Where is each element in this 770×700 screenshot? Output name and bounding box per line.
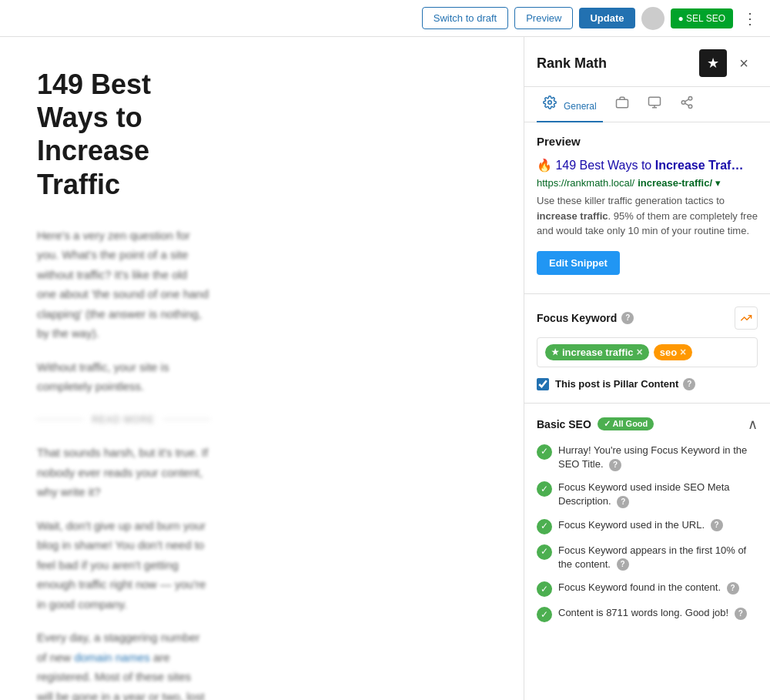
all-good-badge: ✓ All Good (598, 417, 654, 430)
switch-draft-button[interactable]: Switch to draft (422, 7, 508, 29)
seo-item-0: ✓ Hurray! You're using Focus Keyword in … (537, 444, 758, 471)
domain-names-link[interactable]: domain names (74, 651, 149, 664)
remove-primary-tag-button[interactable]: × (637, 347, 643, 357)
seo-item-text-5: Content is 8711 words long. Good job! ? (558, 606, 758, 620)
svg-point-6 (681, 101, 685, 105)
preview-button[interactable]: Preview (514, 7, 573, 29)
focus-keyword-text: Focus Keyword (537, 312, 617, 324)
pillar-help-icon[interactable]: ? (683, 378, 695, 390)
preview-url-base: https://rankmath.local/ (537, 177, 634, 189)
divider-line-right (164, 419, 209, 420)
trend-button[interactable] (735, 306, 758, 330)
seo-check-icon-4: ✓ (537, 581, 552, 597)
edit-snippet-button[interactable]: Edit Snippet (537, 251, 620, 275)
paragraph-5: Every day, a staggering number of new do… (37, 628, 209, 700)
svg-point-5 (688, 97, 692, 101)
seo-item-5: ✓ Content is 8711 words long. Good job! … (537, 606, 758, 622)
more-options-button[interactable]: ⋮ (739, 9, 761, 28)
pillar-label-text: This post is Pillar Content (555, 378, 678, 390)
tab-social[interactable] (674, 88, 700, 122)
preview-description: Use these killer traffic generation tact… (537, 193, 758, 239)
top-bar: Switch to draft Preview Update ● SEL SEO… (0, 0, 770, 37)
preview-desc-keyword: increase traffic (537, 210, 608, 222)
seo-check-icon-0: ✓ (537, 444, 552, 460)
paragraph-1: Here's a very zen question for you. What… (37, 226, 209, 343)
seo-item-text-2: Focus Keyword used in the URL. ? (558, 518, 758, 532)
preview-box: 🔥 149 Best Ways to Increase Traf… https:… (537, 157, 758, 239)
preview-url-slug: increase-traffic/ (638, 177, 712, 189)
preview-desc-before: Use these killer traffic generation tact… (537, 195, 725, 206)
preview-section-title: Preview (537, 135, 758, 148)
star-sm-icon: ★ (551, 347, 559, 357)
seo-item-help-3[interactable]: ? (617, 558, 629, 571)
primary-keyword-tag: ★ increase traffic × (545, 344, 649, 360)
basic-seo-title: Basic SEO (537, 418, 591, 430)
tab-briefcase[interactable] (609, 88, 635, 122)
pillar-content-checkbox[interactable] (537, 378, 549, 390)
section-divider-2 (524, 403, 770, 404)
avatar-button[interactable] (641, 7, 665, 30)
primary-keyword-text: increase traffic (562, 347, 634, 358)
paragraph-4: Wait, don't give up and burn your blog i… (37, 516, 209, 615)
section-divider-1 (524, 293, 770, 294)
seo-item-4: ✓ Focus Keyword found in the content. ? (537, 581, 758, 597)
seo-item-text-3: Focus Keyword appears in the first 10% o… (558, 544, 758, 571)
seo-item-3: ✓ Focus Keyword appears in the first 10%… (537, 544, 758, 571)
remove-secondary-tag-button[interactable]: × (680, 347, 686, 357)
panel-title: Rank Math (537, 55, 607, 81)
briefcase-icon (615, 95, 629, 109)
tab-general[interactable]: General (537, 88, 603, 122)
svg-line-8 (685, 103, 688, 106)
seo-check-icon-2: ✓ (537, 519, 552, 534)
focus-keyword-help-icon[interactable]: ? (621, 312, 634, 324)
share-icon (680, 95, 694, 109)
seo-item-help-1[interactable]: ? (617, 496, 629, 508)
svg-point-0 (548, 101, 552, 105)
seo-item-help-0[interactable]: ? (609, 459, 621, 471)
basic-seo-header: Basic SEO ✓ All Good ∧ (537, 416, 758, 433)
sidebar-panel: Rank Math ★ × General (524, 37, 770, 700)
chevron-down-icon[interactable]: ▾ (715, 177, 721, 189)
svg-point-7 (688, 105, 692, 109)
gear-icon (543, 95, 557, 109)
monitor-icon (648, 95, 661, 109)
read-more-divider: READ MORE (37, 412, 209, 427)
svg-line-9 (685, 99, 688, 102)
svg-rect-2 (648, 97, 660, 106)
star-button[interactable]: ★ (699, 49, 727, 77)
seo-items-list: ✓ Hurray! You're using Focus Keyword in … (537, 444, 758, 622)
preview-title-text: 149 Best Ways to (555, 159, 651, 172)
seo-item-text-1: Focus Keyword used inside SEO Meta Descr… (558, 481, 758, 508)
tab-snippets[interactable] (641, 88, 668, 122)
update-button[interactable]: Update (579, 8, 634, 28)
secondary-keyword-tag: seo × (654, 344, 693, 360)
main-content: 149 Best Ways to Increase Traffic Here's… (0, 37, 246, 700)
seo-check-icon-1: ✓ (537, 481, 552, 497)
preview-title-keyword: Increase Traf… (655, 159, 744, 172)
close-button[interactable]: × (730, 49, 758, 77)
post-body: Here's a very zen question for you. What… (37, 226, 209, 700)
preview-url: https://rankmath.local/increase-traffic/… (537, 177, 758, 189)
paragraph-2: Without traffic, your site is completely… (37, 357, 209, 397)
seo-item-help-5[interactable]: ? (735, 608, 747, 620)
basic-seo-collapse-button[interactable]: ∧ (748, 416, 758, 433)
pillar-content-row: This post is Pillar Content ? (537, 378, 758, 390)
panel-content: Preview 🔥 149 Best Ways to Increase Traf… (524, 122, 770, 644)
read-more-label: READ MORE (92, 412, 155, 427)
paragraph-3: That sounds harsh, but it's true. If nob… (37, 443, 209, 502)
basic-seo-title-group: Basic SEO ✓ All Good (537, 417, 654, 430)
close-icon: × (739, 55, 748, 72)
preview-title-link[interactable]: 149 Best Ways to Increase Traf… (555, 159, 743, 172)
focus-keyword-header: Focus Keyword ? (537, 306, 758, 330)
seo-item-1: ✓ Focus Keyword used inside SEO Meta Des… (537, 481, 758, 508)
seo-item-text-0: Hurray! You're using Focus Keyword in th… (558, 444, 758, 471)
seo-item-text-4: Focus Keyword found in the content. ? (558, 581, 758, 594)
tab-general-label: General (564, 101, 597, 112)
secondary-keyword-text: seo (660, 347, 677, 358)
preview-title: 🔥 149 Best Ways to Increase Traf… (537, 157, 758, 174)
svg-rect-1 (616, 99, 628, 108)
keyword-tags-box: ★ increase traffic × seo × (537, 337, 758, 367)
seo-score-button[interactable]: ● SEL SEO (671, 8, 734, 28)
seo-item-help-2[interactable]: ? (711, 519, 723, 531)
seo-item-help-4[interactable]: ? (727, 582, 739, 594)
